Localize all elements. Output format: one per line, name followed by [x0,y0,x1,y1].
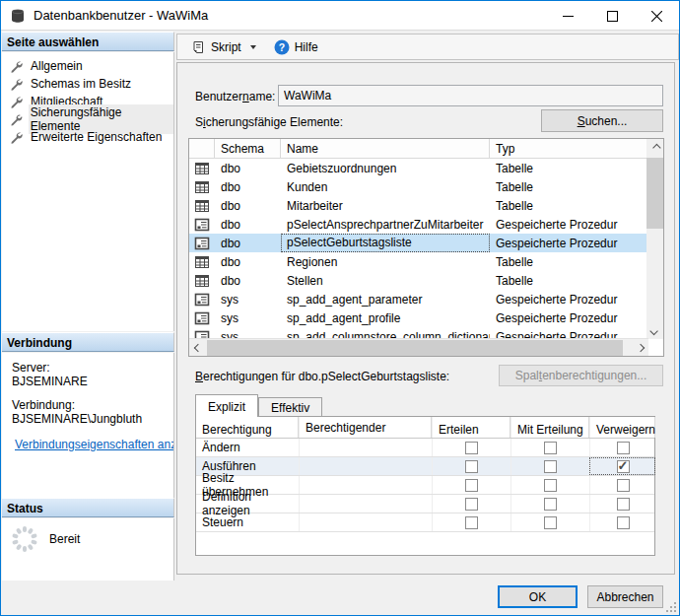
cancel-button[interactable]: Abbrechen [587,585,663,608]
chevron-down-icon [649,326,657,334]
sidebar-item-label: Allgemein [29,58,85,74]
horizontal-scroll-thumb[interactable] [207,340,623,356]
name-column-header[interactable]: Name [281,139,490,158]
tab-explizit[interactable]: Explizit [195,394,258,417]
with-grant-checkbox[interactable] [544,498,557,511]
permission-column-header[interactable]: Berechtigung [196,417,299,438]
sidebar-item-erweiterte-eigenschaften[interactable]: Erweiterte Eigenschaften [2,128,173,146]
scroll-right-button[interactable] [632,339,648,356]
permissions-table-header: Berechtigung Berechtigender Erteilen Mit… [196,417,654,439]
permission-row[interactable]: Steuern [196,513,654,532]
database-user-dialog: Datenbankbenutzer - WaWiMa Seite auswähl… [0,0,680,616]
type-column-header[interactable]: Typ [490,139,647,158]
horizontal-scrollbar[interactable] [189,338,648,356]
ok-button[interactable]: OK [498,585,578,608]
pages-header: Seite auswählen [2,32,174,51]
deny-checkbox[interactable] [617,479,630,492]
deny-checkbox[interactable] [617,460,630,473]
with-grant-checkbox[interactable] [544,479,557,492]
table-row-selected[interactable]: dbo pSelectGeburtstagsliste Gespeicherte… [189,234,648,252]
permissions-tabs: Explizit Effektiv [195,394,322,417]
grantor-column-header[interactable]: Berechtigender [299,417,432,438]
vertical-scrollbar[interactable] [646,139,663,339]
maximize-icon [607,11,618,22]
table-row[interactable]: dbo Stellen Tabelle [189,271,648,290]
close-button[interactable] [635,1,679,31]
table-row[interactable]: dbo pSelectAnsprechpartnerZuMitarbeiter … [189,215,648,234]
deny-column-header[interactable]: Verweigern [589,417,655,438]
table-icon [194,254,210,270]
securables-table: Schema Name Typ dbo Gebietszuordnungen T… [188,138,664,357]
deny-checkbox[interactable] [617,498,630,511]
connection-panel: Server: BJSEMINARE Verbindung: BJSEMINAR… [2,353,174,498]
wrench-icon [10,78,23,91]
table-row[interactable]: sys sp_add_agent_parameter Gespeicherte … [189,290,648,308]
table-icon [194,273,210,289]
scroll-up-button[interactable] [646,139,663,156]
deny-checkbox[interactable] [617,516,630,529]
sidebar-item-schemas-im-besitz[interactable]: Schemas im Besitz [2,75,173,93]
sidebar-item-sicherungsfaehige-elemente[interactable]: Sicherungsfähige Elemente [2,110,173,128]
tab-effektiv[interactable]: Effektiv [258,397,322,417]
toolbar: Skript ? Hilfe [176,34,679,60]
progress-spinner-icon [10,524,39,554]
grant-checkbox[interactable] [465,442,478,454]
minimize-button[interactable] [546,1,590,31]
grant-checkbox[interactable] [465,498,478,511]
with-grant-column-header[interactable]: Mit Erteilung [510,417,589,438]
help-button[interactable]: ? Hilfe [270,37,322,57]
chevron-down-icon[interactable] [250,45,256,49]
permission-row[interactable]: Ändern [196,439,654,457]
connection-label: Verbindung: [2,398,173,412]
permission-row[interactable]: Definition anzeigen [196,495,654,513]
row-icon-column-header[interactable] [189,139,215,158]
permissions-label: Berechtigungen für dbo.pSelectGeburtstag… [195,370,449,383]
stored-procedure-icon [194,217,210,233]
wrench-icon [10,113,23,126]
script-button-label: Skript [211,40,241,54]
help-button-label: Hilfe [295,40,318,54]
connection-properties-link[interactable]: Verbindungseigenschaften anz [15,438,173,451]
wrench-icon [10,96,23,108]
securables-table-body: dbo Gebietszuordnungen Tabelle dbo Kunde… [189,159,648,339]
grant-checkbox[interactable] [465,516,478,529]
with-grant-checkbox[interactable] [544,516,557,529]
close-icon [651,11,662,22]
wrench-icon [10,60,23,73]
connection-header: Verbindung [2,332,174,352]
deny-checkbox[interactable] [617,442,630,454]
grant-checkbox[interactable] [465,460,478,473]
grant-checkbox[interactable] [465,479,478,492]
table-row[interactable]: sys sp_add_agent_profile Gespeicherte Pr… [189,308,648,327]
permissions-table: Berechtigung Berechtigender Erteilen Mit… [195,416,655,556]
status-header: Status [2,498,174,517]
table-row[interactable]: dbo Mitarbeiter Tabelle [189,196,648,215]
table-row[interactable]: dbo Kunden Tabelle [189,177,648,196]
script-button[interactable]: Skript [186,37,260,57]
sidebar-item-label: Erweiterte Eigenschaften [29,129,164,145]
stored-procedure-icon [194,292,210,308]
sidebar: Seite auswählen Allgemein Schemas im Bes… [2,32,174,581]
scroll-left-button[interactable] [189,339,206,356]
resize-grip[interactable] [664,600,676,612]
search-button[interactable]: Suchen... [541,109,663,132]
server-value: BJSEMINARE [2,375,173,388]
table-icon [194,198,210,214]
vertical-scroll-thumb[interactable] [646,158,663,229]
database-icon [10,8,26,24]
with-grant-checkbox[interactable] [544,442,557,454]
status-panel: Bereit [2,518,174,581]
schema-column-header[interactable]: Schema [215,139,281,158]
with-grant-checkbox[interactable] [544,460,557,473]
table-row[interactable]: dbo Regionen Tabelle [189,252,648,271]
username-field[interactable] [278,85,663,106]
sidebar-item-allgemein[interactable]: Allgemein [2,57,173,75]
grant-column-header[interactable]: Erteilen [432,417,510,438]
server-label: Server: [2,361,173,375]
connection-value: BJSEMINARE\Jungbluth [2,412,173,426]
scroll-down-button[interactable] [646,322,663,339]
table-row[interactable]: dbo Gebietszuordnungen Tabelle [189,159,648,177]
stored-procedure-icon [194,310,210,326]
maximize-button[interactable] [590,1,635,31]
chevron-up-icon [652,143,660,151]
